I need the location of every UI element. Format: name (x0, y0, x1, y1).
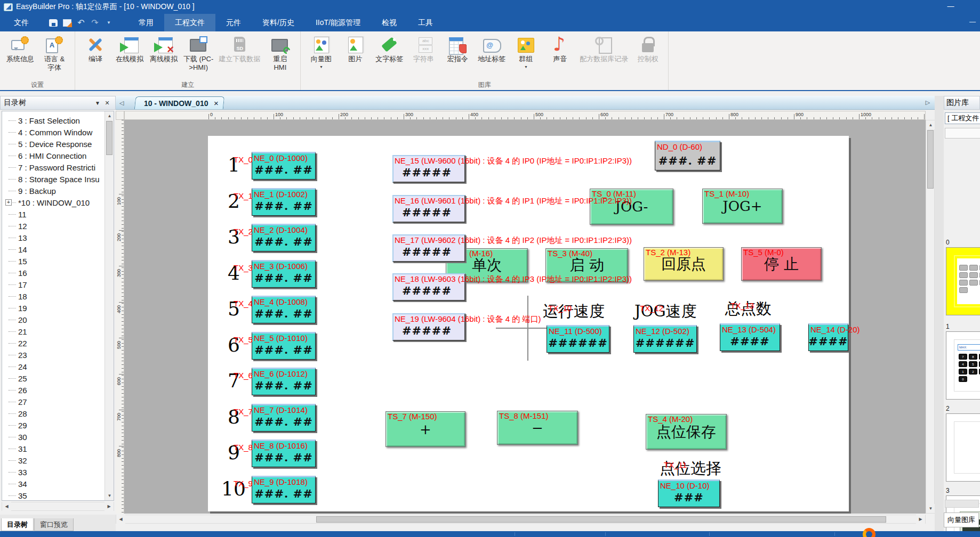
hmi-button-point-minus[interactable]: TS_8 (M-151) − (497, 411, 578, 445)
tree-item-4-Common-Window[interactable]: 4 : Common Window (2, 126, 105, 138)
canvas-hscroll-thumb[interactable] (316, 516, 886, 523)
undo-icon[interactable]: ↶ (76, 18, 86, 28)
hmi-button-stop[interactable]: TS_5 (M-0) 停 止 (741, 247, 822, 281)
hmi-numeric-ne-8[interactable]: NE_8 (D-1016)###. ## (252, 440, 316, 467)
expand-icon[interactable]: + (5, 199, 12, 206)
menu-tab-3[interactable]: 资料/历史 (252, 14, 305, 31)
tree-item-11[interactable]: 11 (2, 208, 105, 220)
tree-item-26[interactable]: 26 (2, 384, 105, 396)
hmi-numeric-ne-9[interactable]: NE_9 (D-1018)###. ## (252, 476, 316, 503)
tree-item-15[interactable]: 15 (2, 255, 105, 267)
tree-item-29[interactable]: 29 (2, 419, 105, 431)
canvas-horizontal-scrollbar[interactable]: ◀ ▶ (116, 515, 926, 524)
ribbon-button-reboot-hmi[interactable]: 重启 HMI (263, 32, 297, 83)
menu-tab-4[interactable]: IIoT/能源管理 (305, 14, 371, 31)
design-canvas[interactable]: 100200300400500600700800 ND_0 (D-60) ###… (116, 120, 926, 514)
hmi-numeric-ne-6[interactable]: NE_6 (D-1012)###. ## (252, 368, 316, 395)
tree-item-14[interactable]: 14 (2, 243, 105, 255)
tree-item-22[interactable]: 22 (2, 337, 105, 349)
menu-tab-5[interactable]: 检视 (371, 14, 407, 31)
hmi-button-jog-plus[interactable]: TS_1 (M-10) JOG+ (702, 189, 783, 224)
ribbon-button-download[interactable]: 下载 (PC- >HMI) (181, 32, 216, 83)
tree-item-28[interactable]: 28 (2, 408, 105, 419)
ribbon-button-picture-lib[interactable]: 图片 (338, 32, 372, 83)
tree-item-7-Password-Restricti[interactable]: 7 : Password Restricti (2, 161, 105, 173)
hmi-button-jog-minus[interactable]: TS_0 (M-11) JOG- (590, 189, 673, 225)
ribbon-button-shape-lib[interactable]: 向量图▼ (304, 32, 338, 83)
tree-item-19[interactable]: 19 (2, 302, 105, 314)
tree-item-31[interactable]: 31 (2, 443, 105, 454)
tree-item-3-Fast-Selection[interactable]: 3 : Fast Selection (2, 115, 105, 126)
hmi-numeric-ne-14[interactable]: NE_14 (D-20)#### (808, 323, 848, 351)
hmi-button-point-plus[interactable]: TS_7 (M-150) + (385, 411, 465, 447)
thumbnail-frame[interactable] (946, 413, 980, 482)
tree-item-6-HMI-Connection[interactable]: 6 : HMI Connection (2, 150, 105, 161)
menu-tab-0[interactable]: 常用 (128, 14, 164, 31)
library-horizontal-scrollbar[interactable] (945, 500, 979, 508)
tree-scroll-thumb[interactable] (106, 121, 113, 155)
tree-item-32[interactable]: 32 (2, 454, 105, 466)
tree-item-24[interactable]: 24 (2, 361, 105, 372)
scroll-up-icon[interactable]: ▲ (105, 111, 114, 120)
canvas-vscroll-thumb[interactable] (927, 130, 934, 189)
vector-library-tab[interactable]: 向量图库 (944, 512, 979, 527)
hmi-button-home[interactable]: TS_2 (M-13) 回原点 (644, 247, 724, 281)
scroll-right-icon[interactable]: ▶ (105, 502, 114, 511)
menu-tab-2[interactable]: 元件 (215, 14, 252, 31)
hmi-numeric-ne-0[interactable]: NE_0 (D-1000)###. ## (252, 152, 316, 180)
tab-close-icon[interactable]: × (214, 99, 219, 108)
tree-item-27[interactable]: 27 (2, 396, 105, 408)
tree-item-18[interactable]: 18 (2, 290, 105, 302)
scroll-up-icon[interactable]: ▲ (926, 120, 935, 129)
hmi-numeric-ne-3[interactable]: NE_3 (D-1006)###. ## (252, 260, 316, 288)
tree-item-8-Storage-Space-Insu[interactable]: 8 : Storage Space Insu (2, 173, 105, 185)
hmi-button-point-save[interactable]: TS_4 (M-20) 点位保存 (646, 414, 727, 450)
library-thumbnail-1[interactable]: 1789E456B123.0 (946, 323, 980, 400)
panel-splitter[interactable] (935, 96, 944, 531)
tree-item-30[interactable]: 30 (2, 431, 105, 443)
hmi-numeric-nd-0[interactable]: ND_0 (D-60) ###. ## (655, 141, 720, 170)
hmi-numeric-ne-4[interactable]: NE_4 (D-1008)###. ## (252, 296, 316, 323)
tree-item-12[interactable]: 12 (2, 220, 105, 232)
hmi-numeric-ne-12[interactable]: NE_12 (D-502)###### (633, 325, 697, 353)
tab-scroll-left-icon[interactable]: ◁ (116, 96, 127, 109)
scroll-down-icon[interactable]: ▼ (926, 504, 935, 513)
tree-vertical-scrollbar[interactable]: ▲ ▼ (105, 111, 114, 500)
ribbon-minimize-icon[interactable]: — (969, 18, 976, 26)
hmi-numeric-ne-7[interactable]: NE_7 (D-1014)###. ## (252, 404, 316, 432)
hmi-numeric-ne-13[interactable]: NE_13 (D-504)#### (720, 323, 780, 351)
library-filter-bar[interactable] (945, 128, 980, 139)
ribbon-button-offline-sim[interactable]: 离线模拟 (147, 32, 181, 83)
ribbon-button-online-sim[interactable]: 在线模拟 (113, 32, 147, 83)
chevron-down-icon[interactable]: ▼ (319, 65, 323, 69)
hmi-numeric-ne-2[interactable]: NE_2 (D-1004)###. ## (252, 224, 316, 251)
ribbon-button-language-font[interactable]: 语言 & 字体 (37, 32, 71, 83)
redo-icon[interactable]: ↷ (90, 18, 100, 28)
document-tab[interactable]: 10 - WINDOW_010 × (134, 96, 225, 109)
ribbon-button-compile[interactable]: 编译 (78, 32, 113, 83)
tree-item-25[interactable]: 25 (2, 372, 105, 384)
tree-item-16[interactable]: 16 (2, 267, 105, 279)
bottom-tab-1[interactable]: 窗口预览 (34, 518, 74, 531)
bottom-tab-0[interactable]: 目录树 (1, 518, 34, 531)
library-select[interactable]: [ 工程文件 (945, 112, 980, 124)
tree-item-10-WINDOW-010[interactable]: *10 : WINDOW_010+ (2, 197, 105, 208)
tree-item-33[interactable]: 33 (2, 466, 105, 478)
thumbnail-frame[interactable] (946, 247, 980, 315)
library-thumbnail-2[interactable]: 2 (946, 405, 980, 482)
ribbon-button-sound[interactable]: 声音 (543, 32, 577, 83)
tree-item-35[interactable]: 35 (2, 490, 105, 501)
save-icon[interactable] (48, 18, 59, 28)
chevron-down-icon[interactable]: ▼ (524, 65, 528, 69)
tree-horizontal-scrollbar[interactable]: ◀ ▶ (2, 502, 114, 511)
tree-item-13[interactable]: 13 (2, 232, 105, 243)
ribbon-button-address-tag[interactable]: 地址标签 (475, 32, 509, 83)
tree-close-icon[interactable]: × (102, 99, 112, 107)
tree-item-34[interactable]: 34 (2, 478, 105, 490)
minimize-button[interactable]: — (943, 0, 959, 14)
quick-access-more-icon[interactable]: ▼ (103, 18, 114, 28)
tree-item-17[interactable]: 17 (2, 279, 105, 290)
tree-item-21[interactable]: 21 (2, 326, 105, 337)
hmi-numeric-ne-5[interactable]: NE_5 (D-1010)###. ## (252, 332, 316, 360)
hmi-numeric-ne-10[interactable]: NE_10 (D-10) ### (658, 479, 720, 507)
